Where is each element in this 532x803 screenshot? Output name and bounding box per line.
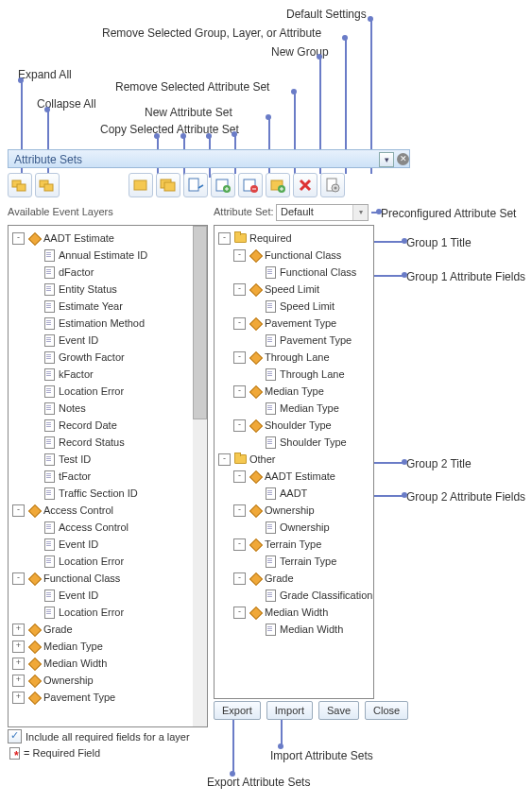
tree-node[interactable]: Median Width <box>216 621 371 638</box>
tree-node[interactable]: Notes <box>10 400 205 417</box>
remove-selected-button[interactable] <box>293 173 317 197</box>
expand-all-button[interactable] <box>8 173 32 197</box>
tree-toggle-icon[interactable]: - <box>12 232 25 245</box>
close-button[interactable]: Close <box>365 701 408 720</box>
panel-close-icon[interactable]: ✕ <box>397 153 409 165</box>
attr-set-1-button[interactable] <box>129 173 153 197</box>
tree-node[interactable]: -Median Width <box>216 604 371 621</box>
tree-node[interactable]: Record Date <box>10 417 205 434</box>
tree-node[interactable]: -Functional Class <box>216 247 371 264</box>
tree-node[interactable]: +Median Type <box>10 638 205 655</box>
tree-node-label: Grade <box>43 624 73 635</box>
tree-node[interactable]: Through Lane <box>216 366 371 383</box>
tree-toggle-icon[interactable]: - <box>218 232 231 245</box>
include-required-checkbox[interactable]: ✓ <box>8 729 22 743</box>
callout-group2-fields: Group 2 Attribute Fields <box>406 490 525 504</box>
tree-toggle-icon[interactable]: - <box>233 504 246 517</box>
tree-toggle-icon[interactable]: - <box>233 385 246 398</box>
attribute-set-tree[interactable]: -Required-Functional ClassFunctional Cla… <box>214 225 374 699</box>
tree-toggle-icon[interactable]: + <box>12 641 25 653</box>
tree-node[interactable]: Location Error <box>10 383 205 400</box>
tree-node[interactable]: -Ownership <box>216 502 371 519</box>
tree-node[interactable]: Speed Limit <box>216 298 371 315</box>
tree-toggle-icon[interactable]: + <box>12 675 25 687</box>
tree-toggle-icon[interactable]: - <box>233 351 246 364</box>
tree-toggle-icon[interactable]: - <box>12 572 25 585</box>
tree-node[interactable]: -Other <box>216 451 371 468</box>
tree-node[interactable]: Event ID <box>10 536 205 553</box>
remove-attr-set-button[interactable] <box>238 173 263 197</box>
tree-node[interactable]: -Grade <box>216 570 371 587</box>
tree-node[interactable]: Test ID <box>10 451 205 468</box>
available-layers-tree[interactable]: -AADT EstimateAnnual Estimate IDdFactorE… <box>8 225 208 727</box>
tree-node[interactable]: Grade Classification <box>216 587 371 604</box>
tree-toggle-icon[interactable]: + <box>12 658 25 670</box>
tree-node[interactable]: -Speed Limit <box>216 281 371 298</box>
tree-node[interactable]: Event ID <box>10 587 205 604</box>
tree-node[interactable]: Estimate Year <box>10 298 205 315</box>
tree-node[interactable]: Record Status <box>10 434 205 451</box>
tree-toggle-icon[interactable]: - <box>233 249 246 262</box>
tree-node[interactable]: Entity Status <box>10 281 205 298</box>
tree-node[interactable]: Estimation Method <box>10 315 205 332</box>
tree-node[interactable]: Annual Estimate ID <box>10 247 205 264</box>
tree-node-label: Speed Limit <box>265 283 319 295</box>
tree-node[interactable]: -Functional Class <box>10 570 205 587</box>
tree-toggle-icon[interactable]: - <box>233 317 246 330</box>
tree-node[interactable]: Growth Factor <box>10 349 205 366</box>
tree-toggle-icon[interactable]: - <box>233 607 246 619</box>
tree-toggle-icon[interactable]: - <box>233 419 246 432</box>
export-button[interactable]: Export <box>214 701 261 720</box>
tree-node[interactable]: Location Error <box>10 604 205 621</box>
tree-node[interactable]: +Median Width <box>10 655 205 672</box>
tree-toggle-icon[interactable]: - <box>12 504 25 517</box>
tree-toggle-icon[interactable]: - <box>233 470 246 483</box>
tree-node[interactable]: Traffic Section ID <box>10 485 205 502</box>
tree-node[interactable]: Access Control <box>10 519 205 536</box>
tree-toggle-icon[interactable]: - <box>233 538 246 551</box>
tree-toggle-icon[interactable]: - <box>218 453 231 466</box>
attribute-set-dropdown[interactable]: Default ▾ <box>276 204 369 221</box>
default-settings-button[interactable] <box>320 173 345 197</box>
tree-node[interactable]: -AADT Estimate <box>216 468 371 485</box>
tree-node[interactable]: -Terrain Type <box>216 536 371 553</box>
tree-node[interactable]: Median Type <box>216 400 371 417</box>
import-button[interactable]: Import <box>266 701 313 720</box>
tree-node[interactable]: -Pavement Type <box>216 315 371 332</box>
attr-set-2-button[interactable] <box>156 173 180 197</box>
tree-node[interactable]: Pavement Type <box>216 332 371 349</box>
tree-node[interactable]: kFactor <box>10 366 205 383</box>
tree-node[interactable]: tFactor <box>10 468 205 485</box>
new-attr-set-button[interactable] <box>211 173 235 197</box>
tree-node[interactable]: -Shoulder Type <box>216 417 371 434</box>
tree-node[interactable]: -Through Lane <box>216 349 371 366</box>
panel-dropdown-icon[interactable]: ▾ <box>379 152 394 167</box>
tree-node[interactable]: -AADT Estimate <box>10 230 205 247</box>
tree-node[interactable]: -Required <box>216 230 371 247</box>
save-button[interactable]: Save <box>318 701 359 720</box>
tree-node[interactable]: dFactor <box>10 264 205 281</box>
tree-toggle-icon[interactable]: - <box>233 572 246 585</box>
collapse-all-button[interactable] <box>35 173 60 197</box>
tree-node[interactable]: Event ID <box>10 332 205 349</box>
page-icon <box>264 555 277 568</box>
tree-node[interactable]: +Grade <box>10 621 205 638</box>
scrollbar-thumb[interactable] <box>193 226 207 419</box>
new-group-button[interactable] <box>266 173 290 197</box>
tree-node[interactable]: +Ownership <box>10 672 205 689</box>
page-icon <box>43 453 56 466</box>
tree-node[interactable]: Functional Class <box>216 264 371 281</box>
tree-toggle-icon[interactable]: + <box>12 624 25 636</box>
tree-node[interactable]: -Median Type <box>216 383 371 400</box>
tree-node[interactable]: Location Error <box>10 553 205 570</box>
tree-node[interactable]: -Access Control <box>10 502 205 519</box>
tree-toggle-icon[interactable]: + <box>12 692 25 704</box>
copy-attr-set-button[interactable] <box>183 173 208 197</box>
required-field-icon <box>8 746 21 760</box>
tree-node[interactable]: Ownership <box>216 519 371 536</box>
tree-toggle-icon[interactable]: - <box>233 283 246 296</box>
tree-node[interactable]: Terrain Type <box>216 553 371 570</box>
tree-node[interactable]: Shoulder Type <box>216 434 371 451</box>
tree-node[interactable]: AADT <box>216 485 371 502</box>
tree-node[interactable]: +Pavement Type <box>10 689 205 706</box>
